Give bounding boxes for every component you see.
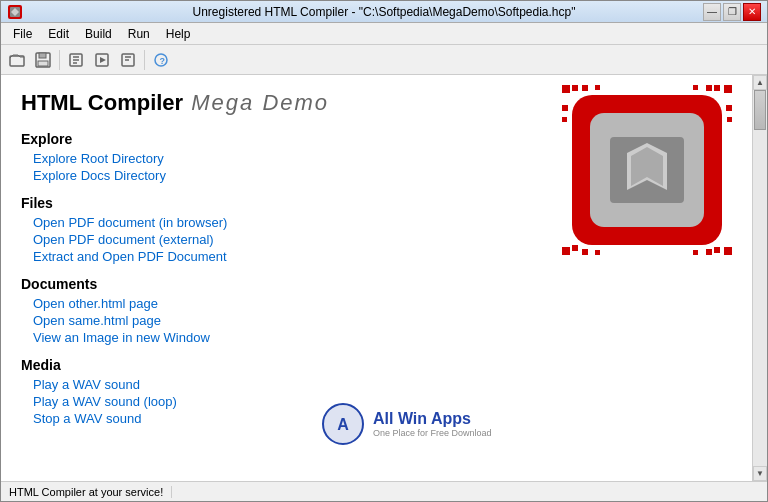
- logo-svg: [562, 85, 732, 255]
- title-bar-left: [7, 4, 27, 20]
- svg-rect-6: [38, 61, 48, 66]
- toolbar-separator-1: [59, 50, 60, 70]
- svg-rect-30: [714, 247, 720, 253]
- main-window: Unregistered HTML Compiler - "C:\Softped…: [0, 0, 768, 502]
- title-bar: Unregistered HTML Compiler - "C:\Softped…: [1, 1, 767, 23]
- svg-rect-40: [693, 85, 698, 90]
- scrollbar: ▲ ▼: [752, 75, 767, 481]
- svg-rect-25: [724, 85, 732, 93]
- main-content: HTML Compiler Mega Demo Explore Explore …: [1, 75, 767, 481]
- svg-rect-38: [595, 250, 600, 255]
- toolbar-btn-4[interactable]: [90, 48, 114, 72]
- watermark-text: All Win Apps One Place for Free Download: [373, 410, 492, 438]
- logo-area: [562, 85, 722, 245]
- menu-bar: File Edit Build Run Help: [1, 23, 767, 45]
- svg-rect-41: [706, 249, 712, 255]
- menu-edit[interactable]: Edit: [40, 25, 77, 43]
- svg-rect-26: [714, 85, 720, 91]
- svg-rect-28: [572, 245, 578, 251]
- watermark-name: All Win Apps: [373, 410, 492, 428]
- app-icon: [7, 4, 23, 20]
- close-button[interactable]: ✕: [743, 3, 761, 21]
- link-open-other-html[interactable]: Open other.html page: [33, 296, 732, 311]
- svg-rect-35: [582, 85, 588, 91]
- logo-container: [562, 85, 722, 245]
- toolbar-save-btn[interactable]: [31, 48, 55, 72]
- svg-marker-12: [100, 57, 106, 63]
- toolbar-btn-3[interactable]: [64, 48, 88, 72]
- menu-help[interactable]: Help: [158, 25, 199, 43]
- status-bar: HTML Compiler at your service!: [1, 481, 767, 501]
- svg-rect-33: [726, 105, 732, 111]
- content-area: HTML Compiler Mega Demo Explore Explore …: [1, 75, 752, 481]
- svg-rect-36: [595, 85, 600, 90]
- scrollbar-thumb[interactable]: [754, 90, 766, 130]
- menu-build[interactable]: Build: [77, 25, 120, 43]
- menu-run[interactable]: Run: [120, 25, 158, 43]
- window-title: Unregistered HTML Compiler - "C:\Softped…: [1, 5, 767, 19]
- menu-file[interactable]: File: [5, 25, 40, 43]
- section-heading-documents: Documents: [21, 276, 732, 292]
- svg-rect-31: [562, 105, 568, 111]
- svg-rect-24: [572, 85, 578, 91]
- status-text: HTML Compiler at your service!: [9, 486, 172, 498]
- svg-text:A: A: [337, 416, 349, 433]
- scrollbar-down-arrow[interactable]: ▼: [753, 466, 767, 481]
- svg-rect-27: [562, 247, 570, 255]
- toolbar-open-btn[interactable]: [5, 48, 29, 72]
- svg-text:?: ?: [160, 56, 166, 66]
- restore-button[interactable]: ❐: [723, 3, 741, 21]
- svg-rect-37: [582, 249, 588, 255]
- svg-rect-42: [693, 250, 698, 255]
- toolbar-separator-2: [144, 50, 145, 70]
- svg-rect-23: [562, 85, 570, 93]
- svg-rect-29: [724, 247, 732, 255]
- svg-rect-34: [727, 117, 732, 122]
- window-controls: — ❐ ✕: [703, 3, 761, 21]
- watermark: A All Win Apps One Place for Free Downlo…: [321, 402, 492, 446]
- scrollbar-track[interactable]: [753, 90, 767, 466]
- toolbar-help-btn[interactable]: ?: [149, 48, 173, 72]
- watermark-sub: One Place for Free Download: [373, 428, 492, 438]
- toolbar-btn-5[interactable]: [116, 48, 140, 72]
- link-play-wav[interactable]: Play a WAV sound: [33, 377, 732, 392]
- toolbar: ?: [1, 45, 767, 75]
- svg-rect-5: [39, 53, 46, 58]
- scrollbar-up-arrow[interactable]: ▲: [753, 75, 767, 90]
- link-open-same-html[interactable]: Open same.html page: [33, 313, 732, 328]
- svg-rect-39: [706, 85, 712, 91]
- section-heading-media: Media: [21, 357, 732, 373]
- svg-rect-32: [562, 117, 567, 122]
- minimize-button[interactable]: —: [703, 3, 721, 21]
- watermark-icon: A: [321, 402, 365, 446]
- link-view-image[interactable]: View an Image in new Window: [33, 330, 732, 345]
